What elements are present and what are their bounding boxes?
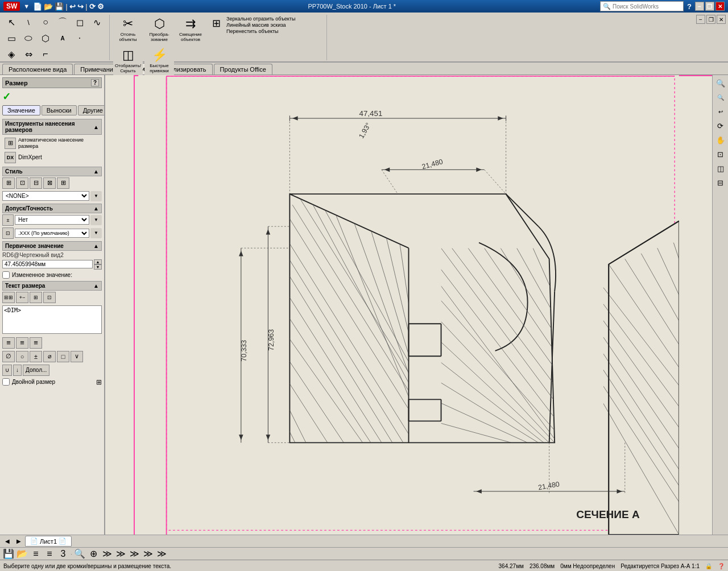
dim-icon-1[interactable]: ⊞⊞ — [2, 292, 15, 303]
sym-circle-btn[interactable]: ○ — [16, 351, 28, 362]
dim-icon-2[interactable]: +− — [16, 292, 28, 303]
dim-text-header[interactable]: Текст размера ▲ — [2, 281, 102, 291]
bt-search[interactable]: 🔍 — [73, 548, 86, 560]
zoom-in-btn[interactable]: 🔍 — [714, 76, 727, 90]
zoom-out-btn[interactable]: 🔍 — [714, 90, 727, 104]
bt-menu2[interactable]: ≡ — [43, 548, 56, 560]
mirror-sketch-btn[interactable]: ⊞ — [207, 15, 225, 32]
bt-3[interactable]: 3 — [57, 548, 69, 560]
panel-tab-drugie[interactable]: Другие — [78, 105, 105, 115]
options-icon[interactable]: ⚙ — [97, 2, 104, 11]
rebuild-icon[interactable]: ⟳ — [89, 2, 96, 11]
restore-btn[interactable]: ❐ — [705, 2, 714, 11]
new-icon[interactable]: 📄 — [33, 2, 42, 11]
zoom-fit-btn[interactable]: ↩ — [714, 105, 727, 118]
bt-add[interactable]: ⊕ — [87, 548, 100, 560]
bt-arrow2[interactable]: ≫ — [114, 548, 127, 560]
style-icon-1[interactable]: ⊞ — [2, 177, 15, 189]
help-btn[interactable]: ? — [687, 2, 692, 11]
pan-btn[interactable]: ✋ — [714, 133, 727, 147]
mirror-btn[interactable]: ⇔ — [20, 47, 36, 61]
search-box[interactable]: 🔍 — [600, 1, 684, 11]
trim-btn[interactable]: ✂ Отсечьобъекты — [113, 15, 143, 44]
bt-menu1[interactable]: ≡ — [30, 548, 42, 560]
rotate-btn[interactable]: ⟳ — [714, 119, 727, 133]
tolerance-dropdown[interactable]: ▼ — [90, 215, 102, 225]
toolbar-restore[interactable]: ❐ — [706, 15, 715, 24]
double-size-checkbox[interactable] — [2, 378, 10, 386]
search-input[interactable] — [613, 3, 681, 10]
undo-icon[interactable]: ↩ — [69, 2, 76, 11]
dimxpert-tool[interactable]: DX DimXpert — [2, 151, 102, 164]
tools-section-header[interactable]: Инструменты нанесения размеров ▲ — [2, 119, 102, 135]
sheet-scroll-left[interactable]: ◀ — [2, 536, 13, 547]
polygon-btn[interactable]: ⬡ — [38, 31, 53, 45]
style-icon-4[interactable]: ⊠ — [43, 177, 56, 189]
point-btn[interactable]: · — [72, 31, 88, 45]
align-right-btn[interactable]: ≡ — [30, 337, 42, 349]
rect-btn[interactable]: ▭ — [3, 31, 19, 45]
toolbar-close[interactable]: ✕ — [717, 15, 726, 24]
sym-square-btn[interactable]: □ — [57, 351, 69, 362]
text-btn[interactable]: A — [55, 31, 71, 45]
drawing-canvas[interactable]: 47,451 1,93° — [105, 75, 712, 535]
style-icon-3[interactable]: ⊟ — [30, 177, 42, 189]
minimize-btn[interactable]: − — [695, 2, 704, 11]
dim-icon-4[interactable]: ⊡ — [43, 292, 56, 303]
bt-arrow1[interactable]: ≫ — [101, 548, 113, 560]
style-section-header[interactable]: Стиль ▲ — [2, 167, 102, 176]
fillet-btn[interactable]: ⌐ — [38, 47, 53, 61]
bt-save[interactable]: 💾 — [2, 548, 15, 560]
display-mode-btn[interactable]: ◫ — [714, 162, 727, 175]
show-relations-btn[interactable]: ◫ Отобразить/Скрыть — [113, 46, 143, 76]
polyline-btn[interactable]: ◻ — [72, 15, 88, 30]
dim-icon-3[interactable]: ⊞ — [30, 292, 42, 303]
value-up-btn[interactable]: ▲ — [94, 259, 102, 264]
auto-dim-tool[interactable]: ⊞ Автоматическое нанесение размера — [2, 136, 102, 151]
style-select[interactable]: <NONE> ISO ANSI — [2, 191, 89, 201]
bt-open[interactable]: 📂 — [16, 548, 28, 560]
panel-help-btn[interactable]: ? — [91, 79, 99, 86]
tab-produkty[interactable]: Продукты Office — [214, 64, 272, 75]
bt-arrow4[interactable]: ≫ — [142, 548, 154, 560]
extra-union-btn[interactable]: ∪ — [2, 365, 12, 376]
sheet-tab-list1[interactable]: 📄 Лист1 📄 — [25, 536, 72, 547]
tolerance-section-header[interactable]: Допуск/Точность ▲ — [2, 204, 102, 213]
select-tool-btn[interactable]: ↖ — [3, 15, 19, 30]
close-btn[interactable]: ✕ — [715, 2, 725, 11]
precision-dropdown[interactable]: ▼ — [90, 228, 102, 238]
sym-v-btn[interactable]: ∨ — [71, 351, 83, 362]
panel-header[interactable]: Размер ? — [2, 77, 102, 88]
precision-select[interactable]: .XXX (По умолчанию) — [15, 229, 89, 238]
ellipse-btn[interactable]: ⬭ — [20, 31, 36, 45]
app-menu-icon[interactable]: ▼ — [23, 3, 30, 10]
confirm-btn[interactable]: ✓ — [2, 90, 11, 103]
panel-tab-vynoski[interactable]: Выноски — [42, 105, 77, 115]
redo-icon[interactable]: ↪ — [77, 2, 84, 11]
spline-btn[interactable]: ∿ — [89, 15, 105, 30]
tab-raspolozhenie[interactable]: Расположение вида — [2, 64, 73, 75]
value-down-btn[interactable]: ▼ — [94, 264, 102, 270]
quick-snap-btn[interactable]: ⚡ Быстрыепривязки — [144, 46, 174, 76]
align-left-btn[interactable]: ≡ — [2, 337, 15, 349]
style-icon-5[interactable]: ⊞ — [57, 177, 69, 189]
bt-arrow5[interactable]: ≫ — [155, 548, 168, 560]
style-icon-2[interactable]: ⊡ — [16, 177, 28, 189]
offset-btn[interactable]: ⇉ Смещениеобъектов — [176, 15, 205, 44]
primary-value-input[interactable] — [2, 260, 93, 268]
convert-btn[interactable]: ⬡ Преобра-зование — [144, 15, 174, 44]
sym-plus-minus-btn[interactable]: ± — [30, 351, 42, 362]
sym-diam-btn[interactable]: ∅ — [2, 351, 15, 362]
extra-more-btn[interactable]: Допол... — [23, 365, 49, 376]
construction-btn[interactable]: ◈ — [3, 47, 19, 61]
toolbar-minimize[interactable]: − — [696, 15, 705, 24]
align-center-btn[interactable]: ≡ — [16, 337, 28, 349]
bt-arrow3[interactable]: ≫ — [128, 548, 140, 560]
primary-value-header[interactable]: Первичное значение ▲ — [2, 241, 102, 251]
changed-checkbox[interactable] — [2, 271, 10, 279]
open-icon[interactable]: 📂 — [44, 2, 53, 11]
tolerance-type-select[interactable]: Нет — [15, 215, 89, 225]
extra-down-btn[interactable]: ↓ — [13, 365, 22, 376]
sym-phi-btn[interactable]: ⌀ — [43, 351, 56, 362]
arc-btn[interactable]: ⌒ — [55, 15, 71, 30]
